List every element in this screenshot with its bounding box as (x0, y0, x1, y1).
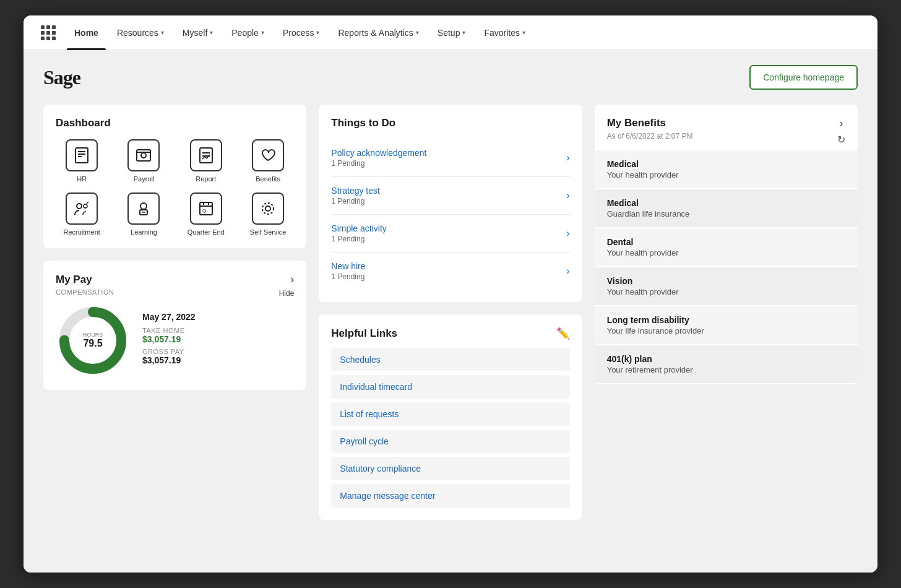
dashboard-card: Dashboard HR (43, 105, 306, 248)
helpful-link-timecard[interactable]: Individual timecard (331, 375, 569, 399)
payroll-label: Payroll (134, 175, 155, 183)
nav-favorites[interactable]: Favorites ▾ (476, 15, 533, 50)
benefits-arrow-icon[interactable]: › (840, 117, 843, 130)
dashboard-icon-quarter-end[interactable]: Q Quarter End (180, 192, 232, 236)
helpful-link-requests[interactable]: List of requests (331, 402, 569, 426)
helpful-link-schedules[interactable]: Schedules (331, 348, 569, 371)
chevron-down-icon: ▾ (210, 29, 213, 36)
nav-home[interactable]: Home (67, 15, 106, 50)
gross-pay-label: GROSS PAY (142, 348, 294, 355)
svg-point-22 (262, 203, 274, 214)
dashboard-icon-benefits[interactable]: Benefits (242, 139, 294, 183)
things-to-do-card: Things to Do Policy acknowledgement 1 Pe… (319, 105, 582, 302)
dashboard-icon-hr[interactable]: HR (56, 139, 108, 183)
configure-homepage-button[interactable]: Configure homepage (749, 65, 858, 90)
helpful-link-payroll-cycle[interactable]: Payroll cycle (331, 430, 569, 453)
main-content: Sage Configure homepage Dashboard (24, 50, 877, 573)
my-benefits-card: My Benefits As of 6/6/2022 at 2:07 PM › … (595, 105, 858, 384)
todo-pending-strategy: 1 Pending (331, 197, 380, 205)
nav-myself[interactable]: Myself ▾ (175, 15, 220, 50)
header-row: Sage Configure homepage (43, 65, 858, 90)
edit-icon[interactable]: ✏️ (556, 327, 570, 340)
chevron-down-icon: ▾ (462, 29, 465, 36)
todo-pending-newhire: 1 Pending (331, 272, 365, 281)
benefit-item-vision: Vision Your health provider (595, 267, 858, 305)
benefit-item-medical-2: Medical Guardian life insurance (595, 189, 858, 227)
svg-point-10 (77, 204, 82, 209)
content-grid: Dashboard HR (43, 105, 858, 520)
things-to-do-title: Things to Do (331, 117, 569, 129)
helpful-links-card: Helpful Links ✏️ Schedules Individual ti… (319, 314, 582, 520)
recruitment-label: Recruitment (64, 228, 100, 236)
left-column: Dashboard HR (43, 105, 306, 520)
right-column: My Benefits As of 6/6/2022 at 2:07 PM › … (595, 105, 858, 520)
hr-icon (66, 139, 98, 171)
todo-item-newhire[interactable]: New hire 1 Pending › (331, 253, 569, 290)
pay-date: May 27, 2022 (142, 312, 294, 322)
chevron-right-icon: › (566, 152, 569, 163)
my-pay-card: My Pay › COMPENSATION Hide (43, 261, 306, 390)
learning-icon (127, 192, 160, 225)
dashboard-icon-report[interactable]: Report (180, 139, 232, 183)
sage-logo: Sage (43, 66, 80, 89)
dashboard-icon-recruitment[interactable]: Recruitment (56, 192, 108, 236)
benefits-header: My Benefits As of 6/6/2022 at 2:07 PM › … (595, 105, 858, 150)
todo-item-simple[interactable]: Simple activity 1 Pending › (331, 215, 569, 253)
hours-donut-chart: HOURS 79.5 (56, 303, 130, 378)
benefits-list: Medical Your health provider Medical Gua… (595, 150, 858, 383)
my-pay-title: My Pay (56, 274, 92, 286)
svg-line-12 (87, 202, 88, 204)
todo-item-policy[interactable]: Policy acknowledgement 1 Pending › (331, 139, 569, 177)
todo-link-strategy: Strategy test (331, 186, 380, 196)
dashboard-title: Dashboard (56, 117, 294, 129)
chevron-down-icon: ▾ (261, 29, 264, 36)
take-home-value: $3,057.19 (142, 334, 294, 344)
compensation-label: COMPENSATION (56, 288, 114, 296)
report-icon (190, 139, 222, 171)
nav-resources[interactable]: Resources ▾ (110, 15, 171, 50)
benefit-provider-ltd: Your life insurance provider (607, 326, 845, 335)
todo-link-simple: Simple activity (331, 223, 386, 233)
svg-point-11 (84, 204, 87, 208)
dashboard-icons-grid: HR Payroll (56, 139, 294, 236)
helpful-link-message[interactable]: Manage message center (331, 484, 569, 508)
benefit-name-vision: Vision (607, 276, 845, 286)
svg-point-13 (140, 203, 147, 209)
hide-button[interactable]: Hide (279, 289, 295, 298)
self-service-label: Self Service (250, 228, 287, 236)
quarter-end-label: Quarter End (188, 228, 225, 236)
nav-reports-analytics[interactable]: Reports & Analytics ▾ (330, 15, 426, 50)
benefit-name-ltd: Long term disability (607, 315, 845, 325)
my-pay-arrow-icon[interactable]: › (290, 273, 294, 286)
helpful-link-statutory[interactable]: Statutory compliance (331, 457, 569, 480)
dashboard-icon-payroll[interactable]: Payroll (118, 139, 170, 183)
chevron-down-icon: ▾ (316, 29, 319, 36)
hours-center-value: 79.5 (83, 338, 102, 348)
svg-text:Q: Q (202, 208, 206, 214)
report-label: Report (196, 175, 216, 183)
benefit-item-ltd: Long term disability Your life insurance… (595, 306, 858, 344)
benefit-provider-dental: Your health provider (607, 248, 845, 257)
hours-center-label: HOURS (83, 332, 103, 338)
navbar: Home Resources ▾ Myself ▾ People ▾ Proce… (24, 15, 877, 50)
nav-setup[interactable]: Setup ▾ (430, 15, 473, 50)
pay-body: HOURS 79.5 May 27, 2022 TAKE HOME $3,057… (56, 303, 294, 378)
benefit-name-medical-2: Medical (607, 198, 845, 208)
nav-people[interactable]: People ▾ (224, 15, 272, 50)
chevron-right-icon: › (566, 190, 569, 201)
grid-menu-icon[interactable] (38, 23, 58, 43)
todo-item-strategy[interactable]: Strategy test 1 Pending › (331, 177, 569, 215)
benefits-date: As of 6/6/2022 at 2:07 PM (607, 132, 693, 141)
dashboard-icon-learning[interactable]: Learning (118, 192, 170, 236)
benefits-refresh-icon[interactable]: ↻ (837, 134, 845, 145)
nav-process[interactable]: Process ▾ (275, 15, 327, 50)
dashboard-icon-self-service[interactable]: Self Service (242, 192, 294, 236)
benefits-label: Benefits (256, 175, 280, 183)
benefit-provider-medical-1: Your health provider (607, 170, 845, 179)
benefit-provider-medical-2: Guardian life insurance (607, 209, 845, 218)
learning-label: Learning (131, 228, 157, 236)
benefits-icon (252, 139, 284, 171)
quarter-end-icon: Q (190, 192, 222, 225)
gross-pay-value: $3,057.19 (142, 355, 294, 365)
payroll-icon (127, 139, 160, 171)
